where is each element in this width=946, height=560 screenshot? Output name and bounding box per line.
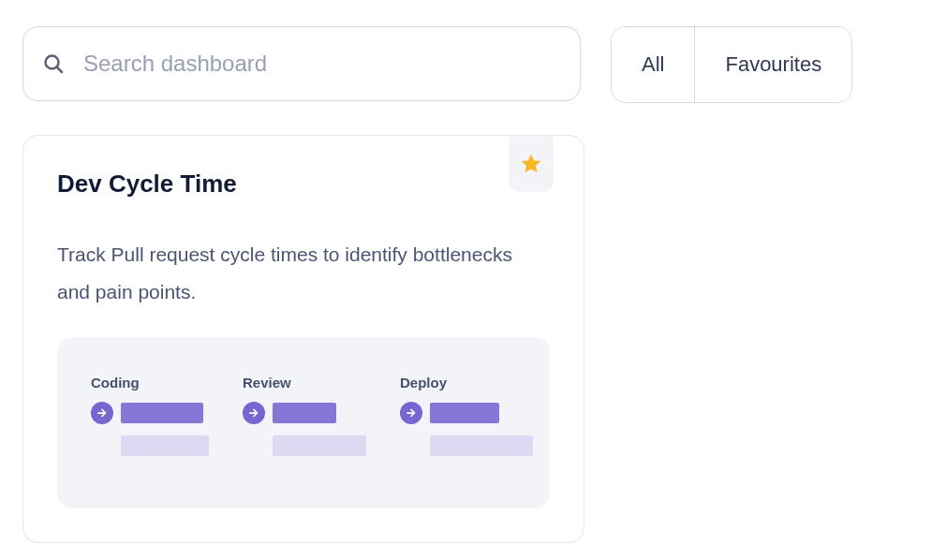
bar-light xyxy=(121,435,209,456)
bar-light xyxy=(273,435,366,456)
stage-deploy: Deploy xyxy=(400,375,533,456)
bar-dark xyxy=(430,403,499,423)
top-row: All Favourites xyxy=(22,26,924,103)
arrow-right-icon xyxy=(400,402,422,424)
star-icon xyxy=(519,152,543,176)
dashboard-card[interactable]: Dev Cycle Time Track Pull request cycle … xyxy=(22,135,584,543)
stage-review: Review xyxy=(243,375,366,456)
stage-label: Deploy xyxy=(400,375,533,391)
filter-all-button[interactable]: All xyxy=(612,27,694,102)
search-box[interactable] xyxy=(22,26,581,101)
arrow-right-icon xyxy=(243,402,265,424)
search-icon xyxy=(42,52,65,75)
card-title: Dev Cycle Time xyxy=(57,169,550,199)
card-description: Track Pull request cycle times to identi… xyxy=(57,236,550,311)
filter-favourites-button[interactable]: Favourites xyxy=(694,27,851,102)
search-input[interactable] xyxy=(83,51,561,77)
stage-coding: Coding xyxy=(91,375,209,456)
stage-row xyxy=(400,402,533,424)
favourite-ribbon[interactable] xyxy=(509,136,554,192)
stage-row xyxy=(243,402,366,424)
svg-line-1 xyxy=(57,67,62,72)
bar-dark xyxy=(273,403,336,423)
arrow-right-icon xyxy=(91,402,113,424)
stage-row xyxy=(91,402,209,424)
stage-label: Review xyxy=(243,375,366,391)
stage-label: Coding xyxy=(91,375,209,391)
filter-group: All Favourites xyxy=(611,26,852,103)
bar-light xyxy=(430,435,533,456)
bar-dark xyxy=(121,403,203,423)
card-illustration: Coding Review xyxy=(57,337,550,508)
